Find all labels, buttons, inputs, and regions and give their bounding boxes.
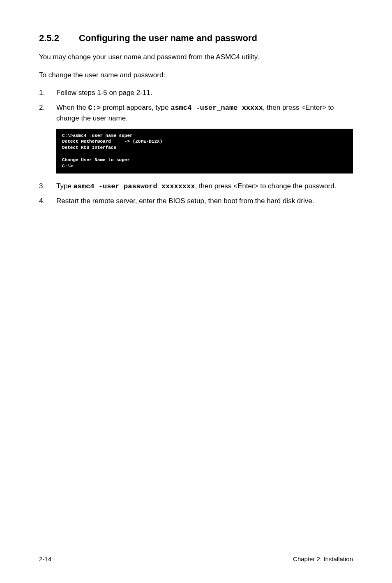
- step-text: Follow steps 1-5 on page 2-11.: [56, 88, 353, 98]
- inline-code: asmc4 -user_name xxxxx: [171, 104, 263, 112]
- step-1: 1. Follow steps 1-5 on page 2-11.: [39, 88, 353, 98]
- section-number: 2.5.2: [39, 33, 59, 44]
- text-fragment: Type: [56, 182, 74, 190]
- step-number: 4.: [39, 196, 56, 206]
- ordered-steps-continued: 3. Type asmc4 -user_password xxxxxxxx, t…: [39, 181, 353, 206]
- text-fragment: When the: [56, 104, 88, 111]
- step-text: Restart the remote server, enter the BIO…: [56, 196, 353, 206]
- section-heading: 2.5.2Configuring the user name and passw…: [39, 33, 353, 44]
- step-number: 1.: [39, 88, 56, 98]
- step-number: 2.: [39, 102, 56, 124]
- inline-code: asmc4 -user_password xxxxxxxx: [74, 183, 195, 190]
- ordered-steps: 1. Follow steps 1-5 on page 2-11. 2. Whe…: [39, 88, 353, 124]
- step-number: 3.: [39, 181, 56, 192]
- step-text: When the C:> prompt appears, type asmc4 …: [56, 102, 353, 124]
- step-2: 2. When the C:> prompt appears, type asm…: [39, 102, 353, 124]
- text-fragment: prompt appears, type: [101, 104, 171, 111]
- intro-paragraph-1: You may change your user name and passwo…: [39, 52, 353, 62]
- inline-code: C:>: [88, 104, 101, 112]
- intro-paragraph-2: To change the user name and password:: [39, 70, 353, 81]
- step-3: 3. Type asmc4 -user_password xxxxxxxx, t…: [39, 181, 353, 192]
- step-4: 4. Restart the remote server, enter the …: [39, 196, 353, 206]
- page-number: 2-14: [39, 555, 51, 562]
- text-fragment: , then press <Enter> to change the passw…: [195, 182, 336, 190]
- step-text: Type asmc4 -user_password xxxxxxxx, then…: [56, 181, 353, 192]
- terminal-output: C:\>asmc4 -user_name super Detect Mother…: [56, 129, 353, 174]
- chapter-label: Chapter 2: Installation: [293, 555, 353, 562]
- page-footer: 2-14 Chapter 2: Installation: [39, 552, 353, 562]
- section-title: Configuring the user name and password: [79, 33, 257, 43]
